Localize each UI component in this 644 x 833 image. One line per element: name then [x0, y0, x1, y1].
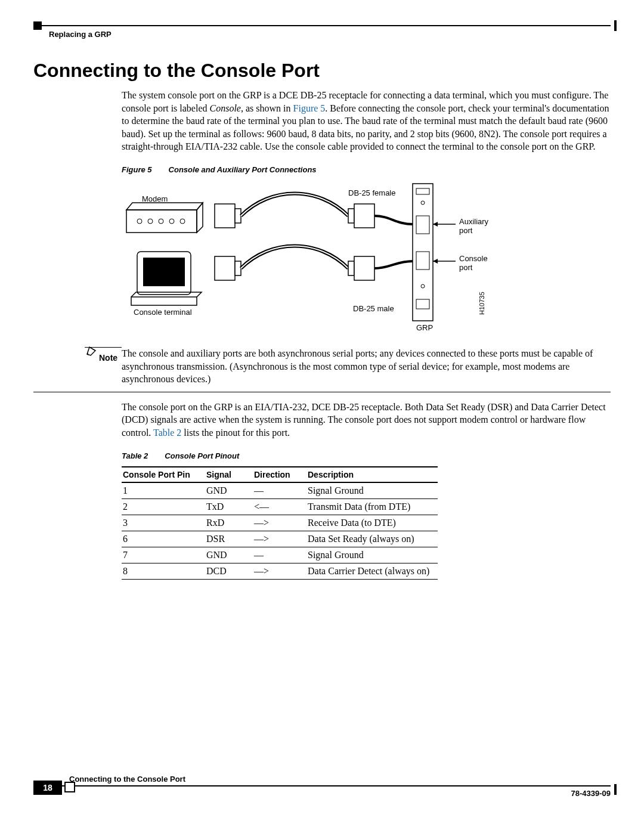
cell-description: Signal Ground [306, 547, 438, 563]
cell-direction: — [253, 482, 306, 499]
svg-point-1 [137, 219, 142, 224]
figure-label-console-port: Console port [459, 254, 495, 272]
page-title: Connecting to the Console Port [33, 60, 611, 82]
svg-rect-10 [235, 209, 241, 223]
cell-signal: GND [205, 547, 253, 563]
figure-label-aux-port: Auxiliary port [459, 217, 495, 235]
table-row: 6DSR—>Data Set Ready (always on) [122, 531, 438, 547]
svg-rect-11 [348, 209, 354, 223]
cell-description: Data Set Ready (always on) [306, 531, 438, 547]
doc-id: 78-4339-09 [571, 789, 611, 798]
table-row: 8DCD—>Data Carrier Detect (always on) [122, 563, 438, 579]
header-section-label: Replacing a GRP [49, 30, 112, 39]
running-footer: Connecting to the Console Port 18 78-433… [33, 771, 611, 804]
figure-caption: Figure 5Console and Auxiliary Port Conne… [122, 165, 611, 174]
table-row: 1GND—Signal Ground [122, 482, 438, 499]
svg-rect-16 [354, 256, 374, 280]
footer-square-icon [64, 782, 75, 792]
footer-rule [33, 785, 611, 786]
figure-label: Figure 5 [122, 165, 152, 174]
cell-pin: 7 [122, 547, 205, 563]
col-header-description: Description [306, 467, 438, 482]
cell-signal: TxD [205, 498, 253, 515]
header-right-bar-icon [614, 20, 617, 31]
svg-rect-8 [131, 297, 197, 305]
table-caption: Table 2Console Port Pinout [122, 451, 611, 460]
svg-rect-13 [215, 256, 235, 280]
col-header-signal: Signal [205, 467, 253, 482]
cell-pin: 1 [122, 482, 205, 499]
cell-description: Transmit Data (from DTE) [306, 498, 438, 515]
table-row: 3RxD—>Receive Data (to DTE) [122, 515, 438, 531]
para2-post: lists the pinout for this port. [181, 428, 290, 438]
svg-point-2 [148, 219, 153, 224]
running-header: Replacing a GRP [33, 19, 611, 36]
svg-rect-7 [143, 258, 185, 286]
header-rule [33, 25, 611, 26]
cell-pin: 8 [122, 563, 205, 579]
svg-rect-9 [215, 204, 235, 228]
page-number: 18 [33, 781, 62, 795]
cell-signal: RxD [205, 515, 253, 531]
intro-paragraph: The system console port on the GRP is a … [122, 89, 611, 153]
table-header-row: Console Port Pin Signal Direction Descri… [122, 467, 438, 482]
footer-section-label: Connecting to the Console Port [69, 775, 185, 784]
svg-point-4 [169, 219, 174, 224]
figure-5-link[interactable]: Figure 5 [293, 103, 326, 113]
svg-marker-27 [433, 259, 438, 264]
table-2-link[interactable]: Table 2 [153, 428, 181, 438]
figure-label-db25f: DB-25 female [348, 188, 395, 197]
pinout-table: Console Port Pin Signal Direction Descri… [122, 466, 438, 580]
para1-mid: , as shown in [241, 103, 293, 113]
para1-console-word: Console [210, 103, 241, 113]
cell-description: Signal Ground [306, 482, 438, 499]
table-label: Table 2 [122, 451, 148, 460]
note-label: Note [99, 353, 117, 363]
cell-pin: 6 [122, 531, 205, 547]
col-header-pin: Console Port Pin [122, 467, 205, 482]
svg-point-3 [159, 219, 163, 224]
table-title: Console Port Pinout [165, 451, 239, 460]
figure-label-grp: GRP [416, 323, 433, 332]
table-row: 7GND—Signal Ground [122, 547, 438, 563]
cell-pin: 3 [122, 515, 205, 531]
header-square-icon [33, 21, 42, 30]
svg-point-5 [180, 219, 185, 224]
svg-rect-12 [354, 204, 374, 228]
svg-rect-14 [235, 261, 241, 275]
figure-title: Console and Auxiliary Port Connections [169, 165, 317, 174]
cell-direction: —> [253, 563, 306, 579]
note-text: The console and auxiliary ports are both… [122, 347, 611, 386]
para2: The console port on the GRP is an EIA/TI… [122, 401, 611, 439]
cell-signal: DSR [205, 531, 253, 547]
figure-drawing-id: H10735 [478, 292, 485, 315]
cell-signal: DCD [205, 563, 253, 579]
figure-label-modem: Modem [142, 194, 168, 203]
table-row: 2TxD<—Transmit Data (from DTE) [122, 498, 438, 515]
col-header-direction: Direction [253, 467, 306, 482]
footer-right-bar-icon [614, 784, 617, 795]
figure-label-console-terminal: Console terminal [134, 308, 192, 317]
svg-marker-25 [433, 222, 438, 227]
cell-description: Data Carrier Detect (always on) [306, 563, 438, 579]
cell-direction: —> [253, 515, 306, 531]
cell-description: Receive Data (to DTE) [306, 515, 438, 531]
cell-direction: <— [253, 498, 306, 515]
svg-rect-15 [348, 261, 354, 275]
cell-direction: —> [253, 531, 306, 547]
figure-5: Modem Console terminal DB-25 female DB-2… [122, 180, 491, 336]
cell-pin: 2 [122, 498, 205, 515]
cell-signal: GND [205, 482, 253, 499]
figure-label-db25m: DB-25 male [353, 304, 394, 313]
cell-direction: — [253, 547, 306, 563]
note-block: Note The console and auxiliary ports are… [33, 347, 611, 392]
